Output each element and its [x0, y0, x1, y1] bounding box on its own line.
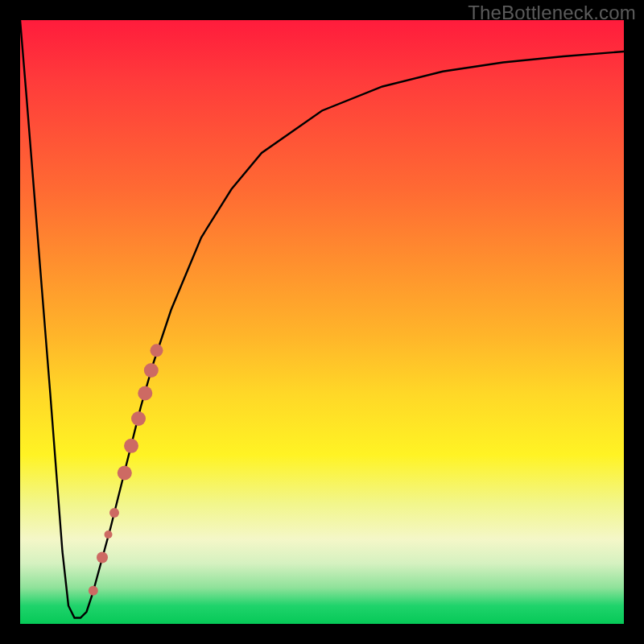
data-point [105, 530, 113, 539]
plot-area [20, 20, 624, 624]
data-point [151, 344, 163, 357]
data-point [144, 363, 159, 378]
highlight-points [89, 344, 163, 596]
data-point [89, 586, 98, 596]
data-point [124, 439, 138, 453]
bottleneck-curve [20, 20, 624, 618]
chart-svg [20, 20, 624, 624]
data-point [118, 466, 132, 481]
chart-frame: TheBottleneck.com [0, 0, 644, 644]
watermark-text: TheBottleneck.com [468, 2, 636, 24]
data-point [138, 386, 152, 401]
data-point [131, 411, 146, 426]
data-point [97, 552, 108, 564]
data-point [109, 508, 119, 518]
